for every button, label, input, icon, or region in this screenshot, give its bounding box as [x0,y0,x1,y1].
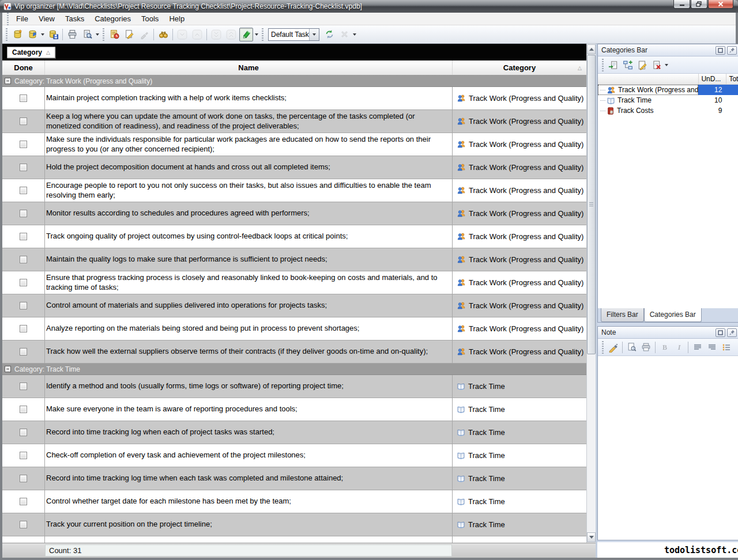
bold-button[interactable]: B [658,340,671,354]
task-name-cell[interactable]: Keep a log where you can update the amou… [45,110,453,133]
note-preview-button[interactable] [625,340,638,354]
task-category-cell[interactable]: Track Time [453,398,586,421]
italic-button[interactable]: I [672,340,686,354]
group-by-chip-category[interactable]: Category △ [7,47,55,58]
task-checkbox[interactable] [20,141,27,148]
task-checkbox[interactable] [20,383,27,390]
find-button[interactable] [156,28,170,41]
task-checkbox[interactable] [20,164,27,171]
open-database-button[interactable] [25,28,39,41]
collapse-minus-icon[interactable] [5,78,11,84]
task-category-cell[interactable]: Track Work (Progress and Quality) [453,202,586,225]
task-name-cell[interactable]: Ensure that progress tracking process is… [45,271,453,294]
dropdown-caret-icon[interactable] [41,33,44,36]
task-checkbox[interactable] [20,187,27,194]
task-name-cell[interactable]: Identify a method and tools (usually for… [45,375,453,398]
task-name-cell[interactable]: Control whether target date for each mil… [45,490,453,513]
bullet-list-button[interactable] [720,340,733,354]
attachments-button[interactable] [137,28,151,41]
dropdown-caret-icon[interactable] [255,33,258,36]
scroll-up-button[interactable] [587,44,596,54]
note-editor[interactable] [598,356,738,540]
add-subcategory-button[interactable] [621,58,634,71]
tab-filters-bar[interactable]: Filters Bar [601,308,644,322]
category-tree-item[interactable]: 5Track Costs 9 9 [598,105,738,116]
task-name-cell[interactable]: Encourage people to report to you not on… [45,179,453,202]
move-top-button[interactable] [224,28,238,41]
delete-category-button[interactable] [650,58,663,71]
task-name-cell[interactable]: Monitor results according to schedules a… [45,202,453,225]
minimize-button[interactable] [673,0,690,9]
category-tree-item[interactable]: Track Time 10 10 [598,95,738,105]
task-category-cell[interactable]: Track Time [453,490,586,513]
task-checkbox[interactable] [20,475,27,482]
print-button[interactable] [65,28,79,41]
task-name-cell[interactable]: Track how well the external suppliers ob… [45,340,453,364]
move-down-button[interactable] [175,28,189,41]
task-name-cell[interactable]: Make sure everyone in the team is aware … [45,398,453,421]
task-category-cell[interactable]: Track Time [453,375,586,398]
task-checkbox[interactable] [20,233,27,240]
highlighter-button[interactable] [239,28,253,41]
collapse-minus-icon[interactable] [5,366,11,372]
toolbar-grip[interactable] [103,28,104,41]
task-category-cell[interactable]: Track Work (Progress and Quality) [453,248,586,271]
group-header-row[interactable]: Category: Track Work (Progress and Quali… [2,75,586,87]
task-checkbox[interactable] [20,498,27,505]
note-pin-icon[interactable] [727,328,737,337]
task-name-cell[interactable]: Check-off completion of every task and a… [45,444,453,467]
restore-button[interactable] [691,0,707,9]
toolbar-grip[interactable] [602,341,604,354]
menu-view[interactable]: View [33,13,60,24]
task-template-combobox[interactable]: Default Task [268,28,319,41]
panel-pin-icon[interactable] [727,46,737,55]
scroll-down-button[interactable] [587,532,596,542]
move-bottom-button[interactable] [209,28,223,41]
toolbar-grip[interactable] [6,28,7,41]
note-maximize-icon[interactable] [716,328,725,337]
apply-template-button[interactable] [322,28,336,41]
scrollbar-thumb[interactable] [587,55,596,354]
note-print-button[interactable] [639,340,653,354]
task-category-cell[interactable]: Track Time [453,513,586,536]
task-checkbox[interactable] [20,94,27,102]
combo-dropdown-button[interactable] [309,29,319,40]
task-category-cell[interactable]: Track Work (Progress and Quality) [453,271,586,294]
add-category-button[interactable] [607,58,620,71]
save-database-button[interactable] [46,28,60,41]
task-category-cell[interactable]: Track Work (Progress and Quality) [453,156,586,179]
task-category-cell[interactable]: Track Work (Progress and Quality) [453,294,586,317]
toolbar-grip[interactable] [262,28,263,41]
task-name-cell[interactable]: Record into time tracking log when each … [45,421,453,444]
insert-note-button[interactable] [607,340,620,354]
delete-button[interactable] [337,28,351,41]
menu-file[interactable]: File [11,13,33,24]
dropdown-caret-icon[interactable] [353,33,356,36]
column-header-done[interactable]: Done [2,60,45,75]
menu-tasks[interactable]: Tasks [60,13,89,24]
group-header-row[interactable]: Category: Track Time [2,364,586,375]
move-up-button[interactable] [190,28,204,41]
menu-help[interactable]: Help [164,13,190,24]
task-checkbox[interactable] [20,429,27,436]
task-checkbox[interactable] [20,452,27,459]
task-category-cell[interactable]: Track Work (Progress and Quality) [453,340,586,364]
task-name-cell[interactable]: Track your current position on the proje… [45,513,453,536]
task-category-cell[interactable]: Track Time [453,444,586,467]
menu-tools[interactable]: Tools [136,13,164,24]
align-right-button[interactable] [705,340,718,354]
new-database-button[interactable] [10,28,24,41]
task-category-cell[interactable]: Track Work (Progress and Quality) [453,225,586,248]
task-name-cell[interactable]: Maintain the quality logs to make sure t… [45,248,453,271]
column-header-category[interactable]: Category [453,60,586,75]
toolbar-grip[interactable] [602,59,604,71]
dropdown-caret-icon[interactable] [665,64,668,66]
task-name-cell[interactable]: Maintain project completion tracking wit… [45,87,453,110]
task-name-cell[interactable]: Control amount of materials and supplies… [45,294,453,317]
print-preview-button[interactable] [80,28,94,41]
task-category-cell[interactable]: Track Work (Progress and Quality) [453,110,586,133]
edit-task-button[interactable] [122,28,136,41]
task-checkbox[interactable] [20,325,27,332]
task-checkbox[interactable] [20,210,27,217]
task-checkbox[interactable] [20,348,27,355]
